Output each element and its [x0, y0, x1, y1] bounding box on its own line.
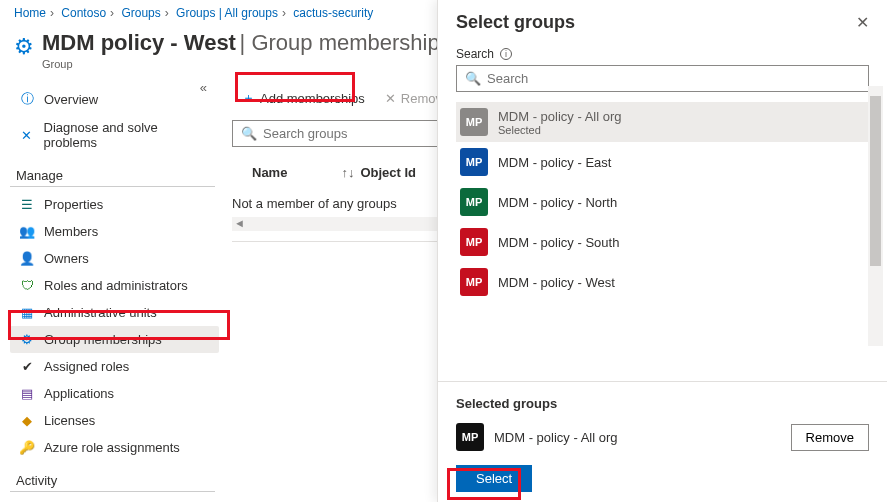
sidebar-item-au[interactable]: ▦ Administrative units	[10, 299, 219, 326]
admin-units-icon: ▦	[18, 305, 36, 320]
avatar: MP	[460, 188, 488, 216]
crumb-contoso[interactable]: Contoso	[61, 6, 106, 20]
info-icon[interactable]: i	[500, 48, 512, 60]
group-name: MDM - policy - East	[498, 155, 611, 170]
group-name: MDM - policy - North	[498, 195, 617, 210]
group-gear-icon: ⚙	[14, 34, 34, 60]
panel-footer: Select	[438, 451, 887, 502]
scroll-left-icon[interactable]: ◄	[234, 217, 245, 229]
sidebar-item-members[interactable]: 👥 Members	[10, 218, 219, 245]
roles-icon: 🛡	[18, 278, 36, 293]
selected-row: MP MDM - policy - All org Remove	[456, 423, 869, 451]
page-subtitle: | Group memberships	[240, 30, 451, 55]
page-type: Group	[42, 58, 451, 70]
panel-search-input[interactable]	[487, 71, 860, 86]
properties-icon: ☰	[18, 197, 36, 212]
group-name: MDM - policy - South	[498, 235, 619, 250]
x-icon: ✕	[385, 91, 396, 106]
assigned-roles-icon: ✔	[18, 359, 36, 374]
sidebar-item-label: Overview	[44, 92, 98, 107]
crumb-groups[interactable]: Groups	[121, 6, 160, 20]
selected-group-name: MDM - policy - All org	[494, 430, 618, 445]
crumb-home[interactable]: Home	[14, 6, 46, 20]
remove-button[interactable]: Remove	[791, 424, 869, 451]
sidebar-item-label: Diagnose and solve problems	[44, 120, 211, 150]
sidebar-item-owners[interactable]: 👤 Owners	[10, 245, 219, 272]
sidebar-item-label: Assigned roles	[44, 359, 129, 374]
select-button[interactable]: Select	[456, 465, 532, 492]
sidebar-item-label: Owners	[44, 251, 89, 266]
info-icon: ⓘ	[18, 90, 36, 108]
empty-text: Not a member of any groups	[232, 196, 397, 211]
v-scrollbar[interactable]	[868, 86, 883, 346]
avatar: MP	[460, 268, 488, 296]
sidebar-item-group-memberships[interactable]: ⚙ Group memberships	[10, 326, 219, 353]
add-label: Add memberships	[260, 91, 365, 106]
group-row[interactable]: MP MDM - policy - South	[456, 222, 869, 262]
panel-title: Select groups	[456, 12, 856, 33]
sidebar-item-label: Group memberships	[44, 332, 162, 347]
plus-icon: ＋	[242, 89, 255, 107]
members-icon: 👥	[18, 224, 36, 239]
group-row[interactable]: MP MDM - policy - North	[456, 182, 869, 222]
sort-icon[interactable]: ↑↓	[341, 165, 354, 180]
add-memberships-button[interactable]: ＋ Add memberships	[232, 84, 375, 112]
col-name[interactable]: Name	[252, 165, 287, 180]
sidebar-item-label: Azure role assignments	[44, 440, 180, 455]
sidebar-item-label: Licenses	[44, 413, 95, 428]
owners-icon: 👤	[18, 251, 36, 266]
group-row[interactable]: MP MDM - policy - All org Selected	[456, 102, 869, 142]
close-icon[interactable]: ✕	[856, 13, 869, 32]
applications-icon: ▤	[18, 386, 36, 401]
col-objid[interactable]: Object Id	[360, 165, 416, 180]
sidebar-item-label: Applications	[44, 386, 114, 401]
page-title: MDM policy - West	[42, 30, 236, 55]
sidebar-item-licenses[interactable]: ◆ Licenses	[10, 407, 219, 434]
group-list: MP MDM - policy - All org Selected MP MD…	[456, 102, 869, 381]
sidebar-item-privileged-access[interactable]: 🛡 Privileged access (Preview)	[10, 496, 219, 502]
selected-head: Selected groups	[456, 396, 869, 411]
sidebar-item-applications[interactable]: ▤ Applications	[10, 380, 219, 407]
gear-icon: ⚙	[18, 332, 36, 347]
sidebar-item-assigned-roles[interactable]: ✔ Assigned roles	[10, 353, 219, 380]
search-icon: 🔍	[465, 71, 481, 86]
sidebar-item-label: Members	[44, 224, 98, 239]
search-icon: 🔍	[241, 126, 257, 141]
group-selected-sub: Selected	[498, 124, 622, 136]
crumb-allgroups[interactable]: Groups | All groups	[176, 6, 278, 20]
crumb-cactus[interactable]: cactus-security	[293, 6, 373, 20]
group-name: MDM - policy - West	[498, 275, 615, 290]
key-icon: 🔑	[18, 440, 36, 455]
group-row[interactable]: MP MDM - policy - West	[456, 262, 869, 302]
sidebar-item-label: Administrative units	[44, 305, 157, 320]
select-groups-panel: Select groups ✕ Search i 🔍 MP MDM - poli…	[437, 0, 887, 502]
sidebar-item-label: Properties	[44, 197, 103, 212]
search-label: Search i	[456, 47, 869, 61]
scroll-thumb[interactable]	[870, 96, 881, 266]
group-row[interactable]: MP MDM - policy - East	[456, 142, 869, 182]
group-name: MDM - policy - All org	[498, 109, 622, 124]
avatar: MP	[460, 108, 488, 136]
panel-search-box[interactable]: 🔍	[456, 65, 869, 92]
avatar: MP	[460, 228, 488, 256]
sidebar-item-label: Roles and administrators	[44, 278, 188, 293]
avatar: MP	[460, 148, 488, 176]
sidebar-item-diagnose[interactable]: ✕ Diagnose and solve problems	[10, 114, 219, 156]
avatar: MP	[456, 423, 484, 451]
sidebar-item-overview[interactable]: ⓘ Overview	[10, 84, 219, 114]
collapse-sidebar-icon[interactable]: «	[200, 80, 207, 95]
sidebar-item-azure-roles[interactable]: 🔑 Azure role assignments	[10, 434, 219, 461]
sidebar-item-roles[interactable]: 🛡 Roles and administrators	[10, 272, 219, 299]
selected-section: Selected groups MP MDM - policy - All or…	[438, 381, 887, 451]
wrench-icon: ✕	[18, 128, 36, 143]
sidebar-section-activity: Activity	[10, 465, 215, 492]
licenses-icon: ◆	[18, 413, 36, 428]
sidebar-section-manage: Manage	[10, 160, 215, 187]
sidebar: « ⓘ Overview ✕ Diagnose and solve proble…	[0, 80, 220, 502]
sidebar-item-properties[interactable]: ☰ Properties	[10, 191, 219, 218]
